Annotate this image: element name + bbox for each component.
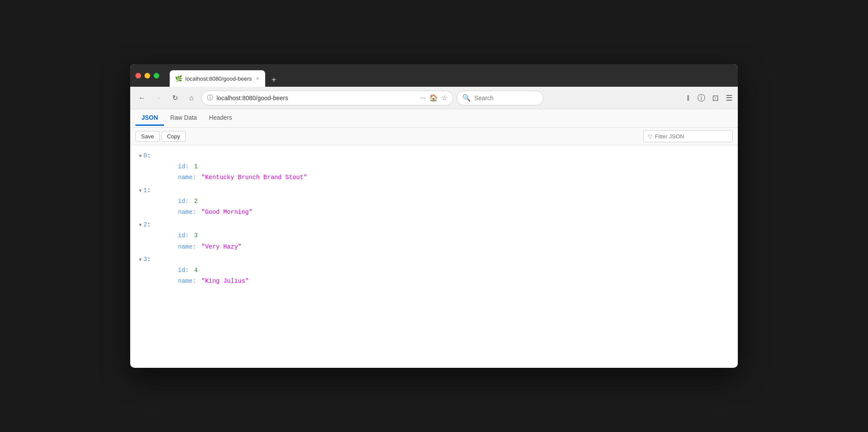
reload-button[interactable]: ↻: [168, 92, 181, 105]
json-key-0-name: name:: [178, 172, 196, 183]
json-value-2-name: "Very Hazy": [201, 242, 241, 252]
json-index-2[interactable]: 2: [144, 219, 147, 230]
more-icon[interactable]: ···: [420, 94, 426, 102]
json-value-3-name: "King Julius": [201, 276, 249, 287]
json-item-0: ▼ 0 : id: 1 name: "Kentucky Brunch Brand…: [139, 151, 729, 183]
search-bar[interactable]: 🔍: [457, 91, 543, 105]
pocket-icon[interactable]: 🏠: [429, 94, 438, 102]
close-button[interactable]: [135, 73, 141, 79]
minimize-button[interactable]: [145, 73, 150, 79]
json-key-3-id: id:: [178, 265, 189, 276]
json-index-row-3: ▼ 3 :: [139, 254, 729, 265]
collapse-arrow-1[interactable]: ▼: [139, 187, 142, 196]
json-key-2-id: id:: [178, 230, 189, 241]
title-bar: 🌿 localhost:8080/good-beers × +: [130, 64, 738, 87]
json-value-1-name: "Good Morning": [201, 207, 253, 218]
save-button[interactable]: Save: [135, 131, 160, 142]
menu-icon[interactable]: ☰: [726, 93, 733, 103]
json-key-1-name: name:: [178, 207, 196, 218]
json-row-0-name: name: "Kentucky Brunch Brand Stout": [139, 172, 729, 183]
json-value-0-name: "Kentucky Brunch Brand Stout": [201, 172, 307, 183]
json-item-3: ▼ 3 : id: 4 name: "King Julius": [139, 254, 729, 287]
sidebar-icon[interactable]: ⊡: [712, 93, 719, 103]
json-toolbar: Save Copy ▽: [130, 128, 738, 145]
search-input[interactable]: [474, 95, 535, 101]
library-icon[interactable]: ⫿: [687, 93, 690, 102]
json-value-0-id: 1: [194, 161, 197, 172]
collapse-arrow-3[interactable]: ▼: [139, 256, 142, 265]
back-button[interactable]: ←: [135, 92, 148, 105]
json-index-0[interactable]: 0: [144, 151, 147, 161]
json-key-3-name: name:: [178, 276, 196, 287]
tab-json[interactable]: JSON: [135, 111, 164, 126]
json-row-3-id: id: 4: [139, 265, 729, 276]
tab-close-icon[interactable]: ×: [255, 75, 260, 82]
new-tab-button[interactable]: +: [268, 73, 280, 87]
maximize-button[interactable]: [154, 73, 159, 79]
browser-window: 🌿 localhost:8080/good-beers × + ← → ↻ ⌂ …: [130, 64, 738, 368]
filter-json-bar[interactable]: ▽: [643, 130, 733, 142]
json-key-2-name: name:: [178, 242, 196, 252]
search-icon: 🔍: [462, 94, 471, 102]
bookmark-icon[interactable]: ☆: [441, 94, 447, 102]
json-key-1-id: id:: [178, 196, 189, 207]
json-index-row-1: ▼ 1 :: [139, 185, 729, 196]
json-item-1: ▼ 1 : id: 2 name: "Good Morning": [139, 185, 729, 218]
filter-json-input[interactable]: [655, 133, 728, 140]
tab-favicon-icon: 🌿: [175, 75, 182, 82]
tab-headers[interactable]: Headers: [203, 111, 238, 126]
json-index-3[interactable]: 3: [144, 254, 147, 265]
address-info-icon: ⓘ: [207, 94, 213, 102]
json-content: ▼ 0 : id: 1 name: "Kentucky Brunch Brand…: [130, 145, 738, 319]
info-icon[interactable]: ⓘ: [697, 93, 705, 103]
json-row-1-name: name: "Good Morning": [139, 207, 729, 218]
json-row-2-name: name: "Very Hazy": [139, 242, 729, 252]
viewer-tabs: JSON Raw Data Headers: [130, 109, 738, 128]
json-row-2-id: id: 3: [139, 230, 729, 241]
traffic-lights: [135, 73, 159, 79]
toolbar-right: ⫿ ⓘ ⊡ ☰: [687, 93, 733, 103]
json-value-2-id: 3: [194, 230, 197, 241]
tab-title: localhost:8080/good-beers: [185, 75, 252, 82]
home-button[interactable]: ⌂: [185, 92, 198, 105]
filter-icon: ▽: [648, 133, 652, 140]
json-value-3-id: 4: [194, 265, 197, 276]
json-key-0-id: id:: [178, 161, 189, 172]
address-bar-icons: ··· 🏠 ☆: [420, 94, 447, 102]
forward-button[interactable]: →: [152, 92, 165, 105]
active-tab[interactable]: 🌿 localhost:8080/good-beers ×: [170, 70, 265, 87]
tab-bar: 🌿 localhost:8080/good-beers × +: [166, 64, 733, 87]
json-row-1-id: id: 2: [139, 196, 729, 207]
collapse-arrow-2[interactable]: ▼: [139, 221, 142, 230]
json-row-0-id: id: 1: [139, 161, 729, 172]
json-item-2: ▼ 2 : id: 3 name: "Very Hazy": [139, 219, 729, 252]
json-index-row-2: ▼ 2 :: [139, 219, 729, 230]
json-row-3-name: name: "King Julius": [139, 276, 729, 287]
tab-raw-data[interactable]: Raw Data: [164, 111, 203, 126]
address-input[interactable]: [217, 95, 417, 101]
json-index-row-0: ▼ 0 :: [139, 151, 729, 161]
collapse-arrow-0[interactable]: ▼: [139, 152, 142, 161]
json-value-1-id: 2: [194, 196, 197, 207]
address-bar[interactable]: ⓘ ··· 🏠 ☆: [201, 91, 453, 105]
nav-bar: ← → ↻ ⌂ ⓘ ··· 🏠 ☆ 🔍 ⫿ ⓘ ⊡ ☰: [130, 87, 738, 109]
copy-button[interactable]: Copy: [161, 131, 186, 142]
json-index-1[interactable]: 1: [144, 185, 147, 196]
